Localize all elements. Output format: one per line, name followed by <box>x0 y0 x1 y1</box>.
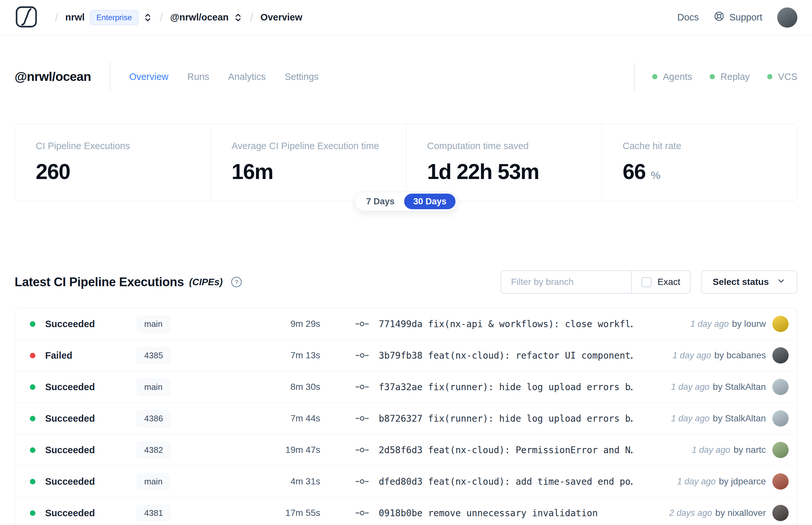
branch-chip: 4381 <box>137 505 170 522</box>
stat-suffix: % <box>650 169 660 182</box>
meta-cell: 1 day ago by nartc <box>633 442 797 458</box>
tab-analytics[interactable]: Analytics <box>228 72 266 82</box>
commit-message: dfed80d3 feat(nx-cloud): add time-saved … <box>379 476 633 487</box>
table-row[interactable]: Succeeded main 8m 30s f37a32ae fix(runne… <box>15 371 797 403</box>
author-avatar <box>772 505 788 521</box>
git-commit-icon <box>355 477 370 486</box>
breadcrumb-workspace[interactable]: @nrwl/ocean <box>170 12 229 23</box>
tab-runs[interactable]: Runs <box>187 72 210 82</box>
stat-computation-time-saved: Computation time saved 1d 22h 53m <box>406 124 601 201</box>
breadcrumb-separator: / <box>160 11 163 24</box>
status-dot <box>30 321 35 327</box>
commit-message: 771499da fix(nx-api & workflows): close … <box>379 319 633 329</box>
status-label: Succeeded <box>45 508 95 519</box>
period-30-days-button[interactable]: 30 Days <box>404 194 455 209</box>
navbar-right: Docs Support <box>677 7 797 28</box>
duration-cell: 19m 47s <box>213 445 320 455</box>
feature-agents[interactable]: Agents <box>652 72 692 82</box>
breadcrumb-org[interactable]: nrwl <box>65 12 85 23</box>
author-avatar <box>772 347 788 363</box>
chevron-down-icon <box>777 276 786 288</box>
time-ago: 2 days ago <box>669 508 712 518</box>
tab-settings[interactable]: Settings <box>285 72 319 82</box>
status-cell: Succeeded <box>15 319 137 329</box>
commit-cell: 2d58f6d3 feat(nx-cloud): PermissionError… <box>320 445 633 455</box>
stat-value: 66 <box>623 159 645 184</box>
user-avatar[interactable] <box>777 7 797 28</box>
workspace-selector-chevrons-icon[interactable] <box>233 13 243 22</box>
git-commit-icon <box>355 445 370 455</box>
table-row[interactable]: Succeeded main 4m 31s dfed80d3 feat(nx-c… <box>15 466 797 497</box>
feature-replay-label: Replay <box>720 72 750 82</box>
table-row[interactable]: Succeeded 4381 17m 55s 0918b0be remove u… <box>15 497 797 525</box>
stat-average-execution-time: Average CI Pipeline Execution time 16m <box>211 124 406 201</box>
stat-value: 16m <box>232 159 273 184</box>
green-status-dot <box>652 74 657 79</box>
duration-cell: 7m 44s <box>213 413 320 424</box>
exact-toggle: Exact <box>632 271 690 293</box>
green-status-dot <box>710 74 715 79</box>
feature-vcs[interactable]: VCS <box>767 72 797 82</box>
commit-message: f37a32ae fix(runner): hide log upload er… <box>379 382 633 392</box>
lifebuoy-icon <box>714 11 725 24</box>
status-label: Succeeded <box>45 445 95 455</box>
status-label: Succeeded <box>45 413 95 424</box>
cipes-section-header: Latest CI Pipeline Executions (CIPEs) ? … <box>0 270 812 294</box>
stat-label: Average CI Pipeline Execution time <box>232 141 399 151</box>
stat-label: Computation time saved <box>427 141 595 151</box>
enterprise-badge: Enterprise <box>90 10 138 25</box>
table-row[interactable]: Succeeded 4382 19m 47s 2d58f6d3 feat(nx-… <box>15 434 797 466</box>
green-status-dot <box>767 74 772 79</box>
time-ago: 1 day ago <box>677 477 716 487</box>
status-cell: Succeeded <box>15 508 137 519</box>
status-cell: Succeeded <box>15 413 137 424</box>
docs-link[interactable]: Docs <box>677 12 699 23</box>
support-link[interactable]: Support <box>714 11 762 24</box>
workspace-title: @nrwl/ocean <box>15 70 91 84</box>
commit-cell: 771499da fix(nx-api & workflows): close … <box>320 319 633 329</box>
table-row[interactable]: Succeeded 4386 7m 44s b8726327 fix(runne… <box>15 403 797 434</box>
time-ago: 1 day ago <box>692 445 731 455</box>
git-commit-icon <box>355 508 370 518</box>
org-selector-chevrons-icon[interactable] <box>143 13 153 22</box>
meta-cell: 1 day ago by lourw <box>633 316 797 332</box>
branch-cell: 4386 <box>137 410 213 427</box>
period-7-days-button[interactable]: 7 Days <box>356 197 404 207</box>
table-row[interactable]: Failed 4385 7m 13s 3b79fb38 feat(nx-clou… <box>15 340 797 371</box>
status-cell: Succeeded <box>15 382 137 392</box>
breadcrumb-separator: / <box>55 11 58 24</box>
exact-checkbox[interactable] <box>642 277 652 287</box>
table-row[interactable]: Succeeded main 9m 29s 771499da fix(nx-ap… <box>15 308 797 340</box>
duration-cell: 7m 13s <box>213 350 320 361</box>
exact-label: Exact <box>657 277 680 287</box>
tab-overview[interactable]: Overview <box>129 72 169 82</box>
feature-replay[interactable]: Replay <box>710 72 750 82</box>
git-commit-icon <box>355 414 370 423</box>
status-label: Succeeded <box>45 382 95 392</box>
git-commit-icon <box>355 350 370 360</box>
time-ago: 1 day ago <box>690 319 729 329</box>
branch-chip: 4382 <box>137 442 170 459</box>
author: by StalkAltan <box>713 413 766 424</box>
breadcrumb-page[interactable]: Overview <box>260 12 302 23</box>
branch-cell: 4382 <box>137 442 213 459</box>
author: by nixallover <box>715 508 766 518</box>
help-icon[interactable]: ? <box>230 276 243 288</box>
status-label: Failed <box>45 350 73 361</box>
nx-cloud-logo[interactable] <box>15 5 38 30</box>
git-commit-icon <box>355 319 370 329</box>
select-status-dropdown[interactable]: Select status <box>701 270 797 294</box>
section-title: Latest CI Pipeline Executions <box>15 275 184 289</box>
stat-value: 260 <box>36 159 70 184</box>
stat-label: CI Pipeline Executions <box>36 141 204 151</box>
status-dot <box>30 479 35 484</box>
time-ago: 1 day ago <box>673 350 711 361</box>
status-dot <box>30 353 35 358</box>
svg-text:?: ? <box>235 279 239 285</box>
commit-cell: f37a32ae fix(runner): hide log upload er… <box>320 382 633 392</box>
section-title-suffix: (CIPEs) <box>189 277 223 287</box>
branch-filter-input[interactable] <box>501 271 631 293</box>
git-commit-icon <box>355 382 370 392</box>
duration-cell: 8m 30s <box>213 382 320 392</box>
status-dot <box>30 416 35 421</box>
